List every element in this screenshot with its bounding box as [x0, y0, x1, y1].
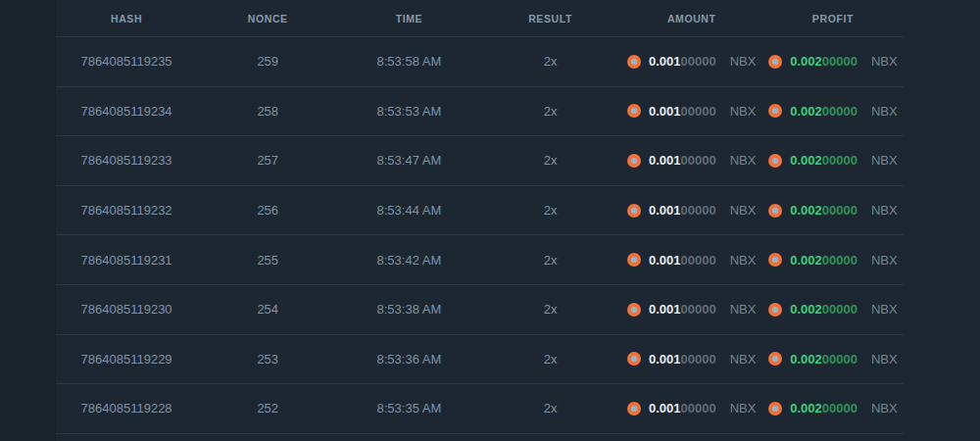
nonce-value: 256: [197, 203, 338, 218]
time-value: 8:53:35 AM: [338, 401, 479, 416]
amount-value: 0.00100000: [649, 253, 716, 268]
nonce-value: 257: [197, 153, 338, 168]
profit-value: 0.00200000: [790, 401, 858, 416]
result-value: 2x: [480, 203, 621, 218]
result-value: 2x: [480, 401, 621, 416]
column-header-time: TIME: [338, 13, 479, 24]
nonce-value: 254: [197, 302, 338, 317]
amount-cell: 0.00100000 NBX: [621, 153, 762, 168]
amount-currency-label: NBX: [730, 302, 757, 317]
table-header-row: HASH NONCE TIME RESULT AMOUNT PROFIT: [56, 0, 904, 37]
profit-cell: 0.00200000 NBX: [762, 302, 904, 317]
time-value: 8:53:47 AM: [338, 153, 479, 168]
result-value: 2x: [480, 352, 621, 367]
amount-cell: 0.00100000 NBX: [621, 401, 762, 416]
nbx-coin-icon: [768, 55, 782, 69]
profit-currency-label: NBX: [871, 203, 898, 218]
hash-value: 7864085119233: [56, 153, 197, 168]
bet-row[interactable]: 7864085119229 253 8:53:36 AM 2x 0.001000…: [56, 335, 904, 385]
nbx-coin-icon: [627, 253, 641, 267]
amount-currency-label: NBX: [730, 54, 757, 69]
hash-value: 7864085119231: [56, 253, 197, 268]
nbx-coin-icon: [768, 352, 782, 366]
bet-row[interactable]: 7864085119231 255 8:53:42 AM 2x 0.001000…: [56, 235, 904, 285]
amount-currency-label: NBX: [730, 253, 757, 268]
amount-value: 0.00100000: [649, 153, 716, 168]
amount-value: 0.00100000: [649, 54, 716, 69]
profit-cell: 0.00200000 NBX: [762, 153, 904, 168]
profit-value: 0.00200000: [790, 253, 858, 268]
amount-value: 0.00100000: [649, 401, 716, 416]
hash-value: 7864085119230: [56, 302, 197, 317]
nonce-value: 252: [197, 401, 338, 416]
amount-value: 0.00100000: [649, 352, 716, 367]
amount-cell: 0.00100000 NBX: [621, 54, 762, 69]
amount-cell: 0.00100000 NBX: [621, 104, 762, 119]
bet-row[interactable]: 7864085119230 254 8:53:38 AM 2x 0.001000…: [56, 285, 904, 335]
nbx-coin-icon: [627, 104, 641, 118]
bet-row[interactable]: 7864085119232 256 8:53:44 AM 2x 0.001000…: [56, 186, 904, 236]
amount-value: 0.00100000: [649, 302, 716, 317]
amount-value: 0.00100000: [649, 104, 716, 119]
result-value: 2x: [480, 153, 621, 168]
amount-currency-label: NBX: [730, 153, 757, 168]
bet-row[interactable]: 7864085119228 252 8:53:35 AM 2x 0.001000…: [56, 384, 904, 434]
nonce-value: 253: [197, 352, 338, 367]
nbx-coin-icon: [768, 204, 782, 218]
column-header-result: RESULT: [480, 13, 621, 24]
nbx-coin-icon: [627, 402, 641, 416]
result-value: 2x: [480, 302, 621, 317]
profit-currency-label: NBX: [871, 104, 898, 119]
amount-currency-label: NBX: [730, 104, 757, 119]
bet-row[interactable]: 7864085119233 257 8:53:47 AM 2x 0.001000…: [56, 136, 904, 186]
result-value: 2x: [480, 54, 621, 69]
nbx-coin-icon: [768, 104, 782, 118]
time-value: 8:53:44 AM: [338, 203, 479, 218]
result-value: 2x: [480, 253, 621, 268]
nbx-coin-icon: [627, 154, 641, 168]
time-value: 8:53:36 AM: [338, 352, 479, 367]
page: HASH NONCE TIME RESULT AMOUNT PROFIT 786…: [0, 0, 980, 441]
nonce-value: 259: [197, 54, 338, 69]
profit-value: 0.00200000: [790, 54, 858, 69]
profit-cell: 0.00200000 NBX: [762, 203, 904, 218]
hash-value: 7864085119234: [56, 104, 197, 119]
profit-currency-label: NBX: [871, 302, 898, 317]
nbx-coin-icon: [768, 253, 782, 267]
profit-value: 0.00200000: [790, 153, 858, 168]
profit-currency-label: NBX: [871, 352, 898, 367]
table-body: 7864085119235 259 8:53:58 AM 2x 0.001000…: [56, 37, 904, 434]
amount-currency-label: NBX: [730, 401, 757, 416]
hash-value: 7864085119235: [56, 54, 197, 69]
nbx-coin-icon: [768, 402, 782, 416]
nonce-value: 255: [197, 253, 338, 268]
profit-currency-label: NBX: [871, 401, 898, 416]
profit-currency-label: NBX: [871, 54, 898, 69]
profit-currency-label: NBX: [871, 153, 898, 168]
amount-currency-label: NBX: [730, 352, 757, 367]
column-header-nonce: NONCE: [197, 13, 338, 24]
column-header-amount: AMOUNT: [621, 13, 762, 24]
nonce-value: 258: [197, 104, 338, 119]
profit-cell: 0.00200000 NBX: [762, 401, 904, 416]
time-value: 8:53:53 AM: [338, 104, 479, 119]
profit-cell: 0.00200000 NBX: [762, 352, 904, 367]
time-value: 8:53:38 AM: [338, 302, 479, 317]
column-header-profit: PROFIT: [762, 13, 904, 24]
profit-cell: 0.00200000 NBX: [762, 54, 904, 69]
nbx-coin-icon: [768, 303, 782, 317]
hash-value: 7864085119229: [56, 352, 197, 367]
bet-row[interactable]: 7864085119235 259 8:53:58 AM 2x 0.001000…: [56, 37, 904, 87]
profit-value: 0.00200000: [790, 104, 858, 119]
time-value: 8:53:42 AM: [338, 253, 479, 268]
nbx-coin-icon: [627, 55, 641, 69]
amount-currency-label: NBX: [730, 203, 757, 218]
nbx-coin-icon: [627, 352, 641, 366]
bet-row[interactable]: 7864085119234 258 8:53:53 AM 2x 0.001000…: [56, 87, 904, 137]
profit-cell: 0.00200000 NBX: [762, 253, 904, 268]
profit-value: 0.00200000: [790, 203, 858, 218]
nbx-coin-icon: [627, 204, 641, 218]
result-value: 2x: [480, 104, 621, 119]
amount-value: 0.00100000: [649, 203, 716, 218]
time-value: 8:53:58 AM: [338, 54, 479, 69]
